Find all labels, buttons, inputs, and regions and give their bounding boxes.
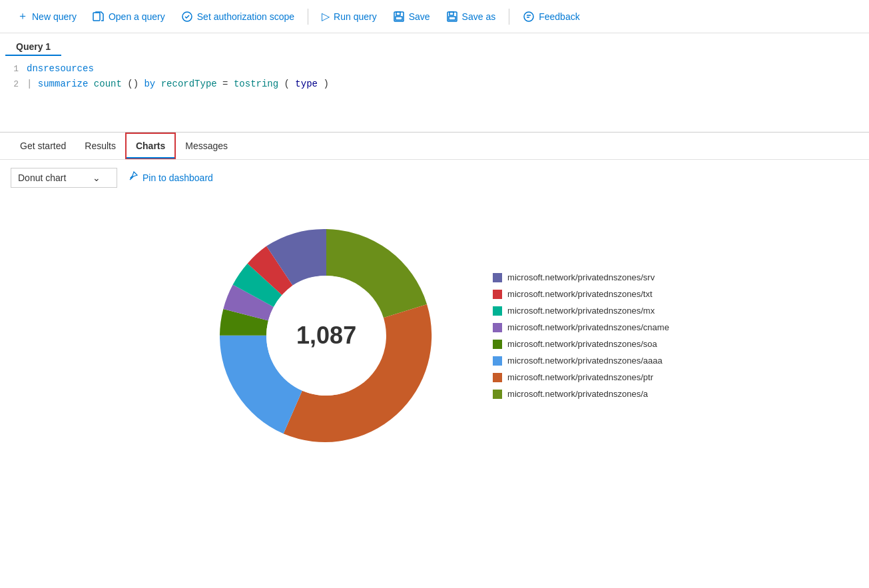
chart-legend: microsoft.network/privatednszones/srvmic…	[493, 272, 669, 399]
donut-chart: 1,087	[200, 209, 453, 462]
svg-rect-3	[396, 12, 400, 15]
svg-rect-4	[396, 17, 402, 20]
tab-get-started[interactable]: Get started	[11, 134, 75, 158]
code-editor[interactable]: 1 dnsresources 2 | summarize count () by…	[0, 56, 869, 132]
feedback-button[interactable]: Feedback	[516, 7, 586, 27]
new-query-button[interactable]: ＋ New query	[11, 5, 83, 27]
legend-color-swatch	[493, 373, 502, 382]
legend-item: microsoft.network/privatednszones/ptr	[493, 372, 669, 382]
legend-color-swatch	[493, 340, 502, 349]
save-as-button[interactable]: Save as	[439, 7, 503, 27]
run-query-icon: ▷	[322, 10, 330, 23]
legend-label: microsoft.network/privatednszones/soa	[507, 339, 657, 349]
save-icon	[393, 11, 405, 23]
legend-color-swatch	[493, 306, 502, 316]
svg-rect-7	[449, 17, 455, 20]
separator-1	[308, 9, 308, 25]
legend-color-swatch	[493, 290, 502, 299]
query-title: Query 1	[5, 36, 61, 56]
separator-2	[509, 9, 509, 25]
legend-label: microsoft.network/privatednszones/srv	[507, 272, 655, 282]
legend-item: microsoft.network/privatednszones/aaaa	[493, 356, 669, 366]
set-auth-button[interactable]: Set authorization scope	[174, 7, 301, 27]
run-query-button[interactable]: ▷ Run query	[315, 6, 384, 27]
donut-center-value: 1,087	[296, 322, 356, 350]
legend-item: microsoft.network/privatednszones/mx	[493, 306, 669, 316]
tab-results[interactable]: Results	[75, 134, 125, 158]
legend-label: microsoft.network/privatednszones/ptr	[507, 372, 653, 382]
code-text-2: | summarize count () by recordType = tos…	[27, 77, 329, 91]
svg-point-8	[524, 12, 533, 21]
tab-charts[interactable]: Charts	[125, 133, 176, 159]
chevron-down-icon: ⌄	[93, 172, 101, 183]
legend-label: microsoft.network/privatednszones/txt	[507, 289, 652, 299]
svg-rect-6	[449, 12, 453, 15]
tabs-bar: Get started Results Charts Messages	[0, 133, 869, 160]
code-text-1: dnsresources	[27, 61, 94, 76]
query-container: Query 1 1 dnsresources 2 | summarize cou…	[0, 33, 869, 133]
pin-icon	[128, 171, 139, 184]
chart-type-dropdown[interactable]: Donut chart ⌄	[11, 168, 117, 188]
pin-to-dashboard-button[interactable]: Pin to dashboard	[128, 171, 213, 184]
tab-messages[interactable]: Messages	[176, 134, 237, 158]
save-button[interactable]: Save	[386, 7, 437, 27]
code-line-2: 2 | summarize count () by recordType = t…	[0, 77, 869, 92]
legend-item: microsoft.network/privatednszones/srv	[493, 272, 669, 282]
legend-item: microsoft.network/privatednszones/soa	[493, 339, 669, 349]
new-query-icon: ＋	[17, 9, 28, 23]
legend-label: microsoft.network/privatednszones/cname	[507, 322, 669, 332]
legend-label: microsoft.network/privatednszones/a	[507, 389, 648, 399]
line-number-2: 2	[0, 77, 27, 92]
legend-item: microsoft.network/privatednszones/cname	[493, 322, 669, 332]
legend-color-swatch	[493, 356, 502, 366]
legend-item: microsoft.network/privatednszones/a	[493, 389, 669, 399]
legend-label: microsoft.network/privatednszones/aaaa	[507, 356, 663, 366]
set-auth-icon	[181, 11, 193, 23]
toolbar: ＋ New query Open a query Set authorizati…	[0, 0, 869, 33]
legend-item: microsoft.network/privatednszones/txt	[493, 289, 669, 299]
open-query-icon	[93, 11, 105, 23]
code-line-1: 1 dnsresources	[0, 61, 869, 77]
legend-label: microsoft.network/privatednszones/mx	[507, 306, 655, 316]
svg-rect-0	[93, 13, 100, 21]
chart-controls: Donut chart ⌄ Pin to dashboard	[0, 160, 869, 196]
legend-color-swatch	[493, 273, 502, 282]
save-as-icon	[446, 11, 458, 23]
legend-color-swatch	[493, 323, 502, 332]
open-query-button[interactable]: Open a query	[86, 7, 172, 27]
feedback-icon	[523, 11, 535, 23]
chart-area: 1,087 microsoft.network/privatednszones/…	[0, 196, 869, 475]
legend-color-swatch	[493, 390, 502, 399]
line-number-1: 1	[0, 62, 27, 77]
